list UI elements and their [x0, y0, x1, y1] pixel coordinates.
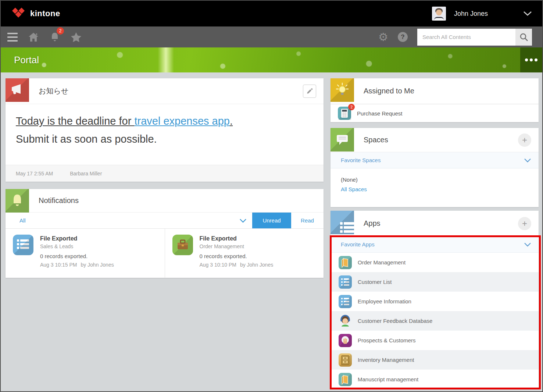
brand-name: kintone	[30, 9, 60, 18]
search-input[interactable]	[417, 29, 515, 46]
notifications-widget: Notifications All Unread Read	[6, 189, 324, 278]
plus-icon: +	[522, 136, 527, 145]
announcement-widget: お知らせ Today is the deadline for travel ex…	[6, 78, 324, 182]
app-row-employee-information[interactable]: Employee Information	[331, 292, 539, 311]
notifications-bell-tile-icon	[6, 189, 29, 213]
notifications-filter-bar: All Unread Read	[6, 213, 324, 229]
order-management-app-icon	[172, 235, 193, 255]
plus-icon: +	[522, 219, 527, 228]
notification-card[interactable]: File Exported Sales & Leads 0 records ex…	[6, 229, 165, 278]
settings-gear-icon[interactable]: ⚙	[378, 32, 388, 43]
notification-title: File Exported	[40, 235, 114, 242]
kintone-logo-icon	[11, 7, 26, 20]
portal-cover-banner: Portal	[1, 47, 542, 72]
travel-expenses-app-link[interactable]: travel expenses app	[134, 115, 230, 127]
notifications-bell-icon[interactable]: 2	[49, 31, 60, 43]
menu-icon[interactable]	[7, 33, 18, 42]
top-bar: kintone John Jones	[1, 1, 542, 26]
bell-badge: 2	[57, 27, 64, 35]
home-icon[interactable]	[28, 31, 39, 43]
app-row-order-management[interactable]: Order Management	[331, 253, 539, 272]
portal-options-button[interactable]	[520, 47, 542, 72]
app-label: Customer Feedback Database	[358, 318, 432, 324]
favorite-apps-label: Favorite Apps	[341, 241, 375, 247]
toolbar: 2 ⚙ ?	[1, 26, 542, 47]
kintone-logo[interactable]: kintone	[11, 7, 60, 20]
spaces-title: Spaces	[364, 136, 388, 144]
notification-card[interactable]: File Exported Order Management 0 records…	[165, 229, 324, 278]
filter-all-dropdown[interactable]: All	[19, 217, 26, 224]
tab-read[interactable]: Read	[291, 213, 324, 228]
favorite-apps-dropdown[interactable]: Favorite Apps	[331, 236, 539, 253]
edit-pencil-icon	[306, 88, 313, 95]
apps-widget: Apps + Favorite Apps Order Management	[331, 211, 539, 389]
app-label: Employee Information	[358, 298, 411, 304]
search-button[interactable]	[515, 29, 532, 46]
app-label: Order Management	[358, 259, 406, 266]
apps-list-icon	[331, 211, 354, 234]
announcement-text-2: Submit it as soon as possible.	[16, 133, 313, 145]
notification-by: by John Jones	[240, 262, 273, 268]
filter-chevron-down-icon[interactable]	[234, 213, 252, 228]
favorite-spaces-label: Favorite Spaces	[341, 157, 381, 163]
notification-app-name: Order Management	[200, 243, 274, 249]
app-label: Prospects & Customers	[358, 337, 416, 343]
search-icon	[519, 33, 528, 42]
announcement-author[interactable]: Barbara Miller	[70, 171, 102, 177]
all-spaces-link[interactable]: All Spaces	[341, 186, 539, 192]
announcement-body: Today is the deadline for travel expense…	[6, 104, 324, 165]
notification-time: Aug 3 10:10 PM	[200, 262, 236, 268]
notification-title: File Exported	[200, 235, 274, 242]
kintone-portal: kintone John Jones 2 ⚙ ?	[0, 0, 543, 392]
app-row-prospects-customers[interactable]: Prospects & Customers	[331, 331, 539, 350]
assigned-title: Assigned to Me	[364, 87, 414, 95]
spaces-none-label: (None)	[341, 177, 539, 183]
list-app-icon	[339, 295, 352, 308]
purchase-request-app-icon: 2	[338, 107, 351, 120]
add-space-button[interactable]: +	[518, 133, 531, 147]
folder-app-icon	[339, 373, 352, 386]
edit-announcement-button[interactable]	[303, 85, 316, 98]
app-row-inventory-management[interactable]: Inventory Management	[331, 350, 539, 370]
apps-chevron-down-icon	[524, 242, 531, 247]
ellipsis-icon	[525, 58, 528, 61]
spaces-speech-bubble-icon	[331, 128, 354, 152]
tab-unread[interactable]: Unread	[252, 213, 291, 228]
spaces-chevron-down-icon	[524, 158, 531, 163]
announcement-text-1-suffix: .	[230, 115, 233, 127]
announcement-megaphone-icon	[6, 78, 29, 102]
assigned-to-me-widget: Assigned to Me 2 Purchase Request	[331, 78, 539, 122]
announcement-title: お知らせ	[39, 86, 68, 96]
apps-title: Apps	[364, 219, 381, 228]
add-app-button[interactable]: +	[518, 217, 531, 230]
notification-by: by John Jones	[81, 262, 114, 268]
announcement-text-1: Today is the deadline for	[16, 115, 134, 127]
page-title: Portal	[14, 54, 39, 66]
notification-app-name: Sales & Leads	[40, 243, 114, 249]
app-row-customer-list[interactable]: Customer List	[331, 272, 539, 292]
favorite-apps-list: Order Management Customer List Employee …	[331, 253, 539, 389]
app-label: Customer List	[358, 279, 392, 285]
sales-leads-app-icon	[13, 235, 33, 255]
user-avatar[interactable]	[432, 7, 446, 21]
app-row-customer-feedback-database[interactable]: Customer Feedback Database	[331, 311, 539, 331]
purchase-request-label: Purchase Request	[357, 110, 402, 117]
app-label: Manuscript management	[358, 376, 418, 382]
assigned-lightbulb-icon	[331, 78, 354, 102]
favorites-star-icon[interactable]	[71, 31, 82, 43]
app-label: Inventory Management	[358, 357, 414, 363]
assigned-item-purchase-request[interactable]: 2 Purchase Request	[331, 104, 539, 122]
spaces-widget: Spaces + Favorite Spaces (None) All Spac…	[331, 128, 539, 207]
notifications-title: Notifications	[39, 196, 79, 205]
help-icon[interactable]: ?	[398, 32, 408, 42]
app-row-manuscript-management[interactable]: Manuscript management	[331, 370, 539, 389]
favorite-spaces-dropdown[interactable]: Favorite Spaces	[331, 152, 539, 168]
folder-app-icon	[339, 256, 352, 269]
user-name[interactable]: John Jones	[454, 10, 488, 18]
list-app-icon	[339, 275, 352, 289]
support-person-app-icon	[339, 314, 352, 328]
user-menu-chevron-icon[interactable]	[523, 11, 532, 16]
notification-time: Aug 3 10:15 PM	[40, 262, 77, 268]
notification-body: 0 records exported.	[40, 253, 114, 259]
notification-body: 0 records exported.	[200, 253, 274, 259]
